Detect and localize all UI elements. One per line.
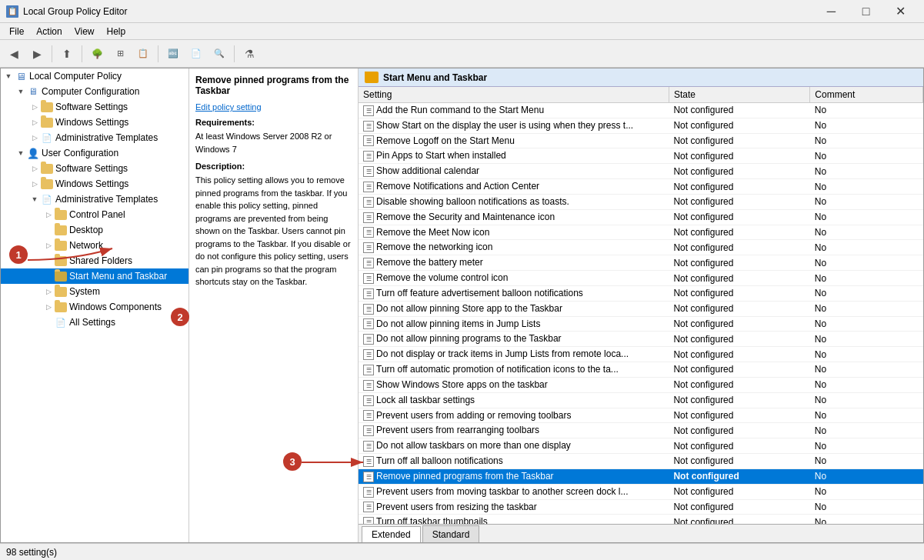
- tab-extended[interactable]: Extended: [362, 526, 421, 542]
- toggle-sys[interactable]: ▷: [42, 285, 55, 298]
- settings-table-wrapper[interactable]: Setting State Comment ☰Add the Run comma…: [359, 87, 923, 524]
- menu-help[interactable]: Help: [101, 25, 132, 38]
- col-header-comment[interactable]: Comment: [810, 87, 923, 103]
- table-row[interactable]: ☰Prevent users from resizing the taskbar…: [359, 499, 923, 515]
- folder-icon: [55, 208, 67, 221]
- menu-file[interactable]: File: [3, 25, 30, 38]
- toolbar-btn-2[interactable]: ⊞: [109, 43, 131, 65]
- filter-button[interactable]: ⚗: [239, 43, 260, 65]
- tree-item-local-computer-policy[interactable]: ▼ 🖥 Local Computer Policy: [1, 68, 188, 84]
- toggle-cp[interactable]: ▷: [42, 208, 55, 221]
- state-cell: Not configured: [669, 454, 809, 469]
- toggle-at1[interactable]: ▷: [28, 132, 41, 144]
- policy-row-icon: ☰: [363, 135, 374, 146]
- col-header-state[interactable]: State: [669, 87, 809, 103]
- tree-item-start-menu-taskbar[interactable]: Start Menu and Taskbar: [1, 268, 188, 284]
- table-row[interactable]: ☰Prevent users from rearranging toolbars…: [359, 423, 923, 438]
- table-row[interactable]: ☰Do not allow pinning programs to the Ta…: [359, 332, 923, 347]
- tree-item-admin-templates-1[interactable]: ▷ 📄 Administrative Templates: [1, 130, 188, 145]
- state-cell: Not configured: [669, 392, 809, 408]
- table-row[interactable]: ☰Remove the Meet Now iconNot configuredN…: [359, 225, 923, 240]
- comment-cell: No: [810, 209, 923, 225]
- table-row[interactable]: ☰Show Start on the display the user is u…: [359, 118, 923, 133]
- table-row[interactable]: ☰Add the Run command to the Start MenuNo…: [359, 103, 923, 118]
- close-button[interactable]: ✕: [883, 0, 918, 23]
- table-row[interactable]: ☰Prevent users from moving taskbar to an…: [359, 484, 923, 499]
- table-row[interactable]: ☰Do not display or track items in Jump L…: [359, 347, 923, 362]
- maximize-button[interactable]: □: [849, 0, 883, 23]
- col-header-setting[interactable]: Setting: [359, 87, 669, 103]
- tree-item-windows-settings-2[interactable]: ▷ Windows Settings: [1, 176, 188, 192]
- table-row[interactable]: ☰Show Windows Store apps on the taskbarN…: [359, 377, 923, 392]
- tree-item-windows-components[interactable]: ▷ Windows Components: [1, 299, 188, 315]
- window-controls[interactable]: ─ □ ✕: [814, 0, 918, 23]
- tree-item-network[interactable]: ▷ Network: [1, 238, 188, 253]
- table-row[interactable]: ☰Disable showing balloon notifications a…: [359, 194, 923, 209]
- settings-table: Setting State Comment ☰Add the Run comma…: [359, 87, 923, 524]
- toggle-smt[interactable]: [42, 270, 55, 282]
- table-row[interactable]: ☰Remove the networking iconNot configure…: [359, 240, 923, 255]
- toolbar-btn-6[interactable]: 🔍: [208, 43, 230, 65]
- menu-view[interactable]: View: [68, 25, 101, 38]
- menu-action[interactable]: Action: [30, 25, 68, 38]
- comment-cell: No: [810, 454, 923, 469]
- table-row[interactable]: ☰Turn off all balloon notificationsNot c…: [359, 454, 923, 469]
- tree-item-software-settings-1[interactable]: ▷ Software Settings: [1, 99, 188, 115]
- tree-label: Shared Folders: [69, 255, 132, 266]
- table-row[interactable]: ☰Remove the volume control iconNot confi…: [359, 271, 923, 286]
- toolbar-btn-5[interactable]: 📄: [185, 43, 207, 65]
- edit-policy-link[interactable]: Edit policy setting: [195, 102, 262, 112]
- show-hide-tree[interactable]: 🌳: [86, 43, 108, 65]
- table-row[interactable]: ☰Turn off feature advertisement balloon …: [359, 285, 923, 301]
- toolbar-btn-4[interactable]: 🔤: [162, 43, 184, 65]
- minimize-button[interactable]: ─: [814, 0, 849, 23]
- up-button[interactable]: ⬆: [56, 43, 78, 65]
- setting-cell: ☰Do not allow pinning items in Jump List…: [359, 316, 669, 332]
- tree-item-shared-folders[interactable]: Shared Folders: [1, 253, 188, 268]
- tree-item-software-settings-2[interactable]: ▷ Software Settings: [1, 161, 188, 176]
- table-row[interactable]: ☰Prevent users from adding or removing t…: [359, 408, 923, 423]
- folder-icon: [41, 162, 53, 175]
- toggle-desktop[interactable]: [42, 224, 55, 236]
- tree-item-computer-configuration[interactable]: ▼ 🖥 Computer Configuration: [1, 84, 188, 99]
- table-row[interactable]: ☰Turn off automatic promotion of notific…: [359, 362, 923, 378]
- toggle-as[interactable]: [42, 316, 55, 328]
- toggle-local-computer-policy[interactable]: ▼: [2, 70, 15, 82]
- table-row[interactable]: ☰Remove Logoff on the Start MenuNot conf…: [359, 133, 923, 148]
- tree-item-desktop[interactable]: Desktop: [1, 222, 188, 238]
- toggle-sf[interactable]: [42, 255, 55, 267]
- table-row[interactable]: ☰Show additional calendarNot configuredN…: [359, 164, 923, 179]
- tab-standard[interactable]: Standard: [422, 525, 480, 542]
- tree-item-admin-templates-2[interactable]: ▼ 📄 Administrative Templates: [1, 192, 188, 207]
- table-row[interactable]: ☰Turn off taskbar thumbnailsNot configur…: [359, 515, 923, 524]
- table-row[interactable]: ☰Remove the battery meterNot configuredN…: [359, 255, 923, 271]
- table-row[interactable]: ☰Remove Notifications and Action CenterN…: [359, 179, 923, 195]
- table-row[interactable]: ☰Do not allow taskbars on more than one …: [359, 438, 923, 454]
- toolbar-btn-3[interactable]: 📋: [132, 43, 154, 65]
- description-text: This policy setting allows you to remove…: [195, 174, 352, 288]
- tree-label: Network: [69, 240, 103, 251]
- table-row[interactable]: ☰Lock all taskbar settingsNot configured…: [359, 392, 923, 408]
- toggle-ws1[interactable]: ▷: [28, 116, 41, 128]
- tree-item-user-configuration[interactable]: ▼ 👤 User Configuration: [1, 145, 188, 161]
- forward-button[interactable]: ▶: [26, 43, 48, 65]
- toggle-comp-config[interactable]: ▼: [15, 85, 27, 98]
- table-row[interactable]: ☰Remove pinned programs from the Taskbar…: [359, 468, 923, 484]
- table-row[interactable]: ☰Remove the Security and Maintenance ico…: [359, 209, 923, 225]
- toggle-sw1[interactable]: ▷: [28, 101, 41, 113]
- toggle-ws2[interactable]: ▷: [28, 178, 41, 190]
- tree-item-system[interactable]: ▷ System: [1, 284, 188, 299]
- state-cell: Not configured: [669, 164, 809, 179]
- table-row[interactable]: ☰Do not allow pinning Store app to the T…: [359, 301, 923, 316]
- table-row[interactable]: ☰Do not allow pinning items in Jump List…: [359, 316, 923, 332]
- tree-item-all-settings[interactable]: 📄 All Settings: [1, 315, 188, 330]
- toggle-user-config[interactable]: ▼: [15, 147, 27, 159]
- tree-item-windows-settings-1[interactable]: ▷ Windows Settings: [1, 115, 188, 130]
- toggle-network[interactable]: ▷: [42, 239, 55, 252]
- tree-item-control-panel[interactable]: ▷ Control Panel: [1, 207, 188, 222]
- toggle-at2[interactable]: ▼: [28, 193, 41, 205]
- toggle-wc[interactable]: ▷: [42, 301, 55, 313]
- table-row[interactable]: ☰Pin Apps to Start when installedNot con…: [359, 148, 923, 164]
- toggle-sw2[interactable]: ▷: [28, 162, 41, 175]
- back-button[interactable]: ◀: [3, 43, 25, 65]
